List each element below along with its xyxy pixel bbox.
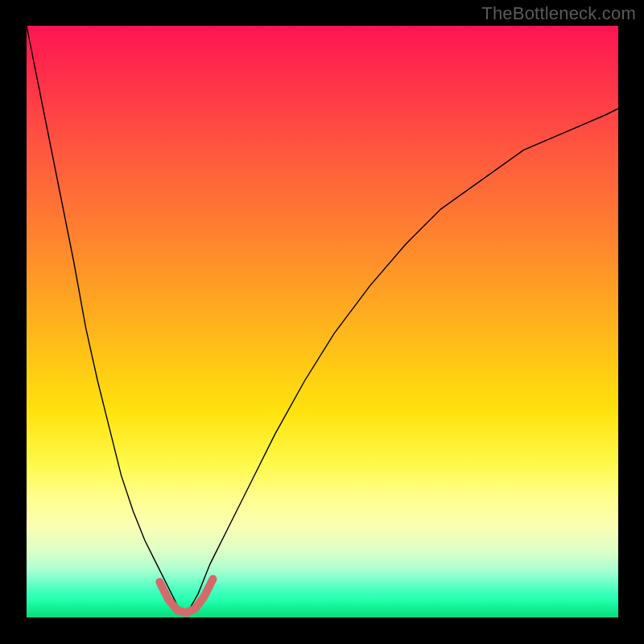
watermark-text: TheBottleneck.com [481,3,636,24]
curves-svg [27,26,618,617]
right-curve [186,109,618,614]
chart-container: TheBottleneck.com [0,0,644,644]
bottom-highlight [159,579,213,613]
left-curve [27,26,186,614]
plot-area [27,26,618,617]
